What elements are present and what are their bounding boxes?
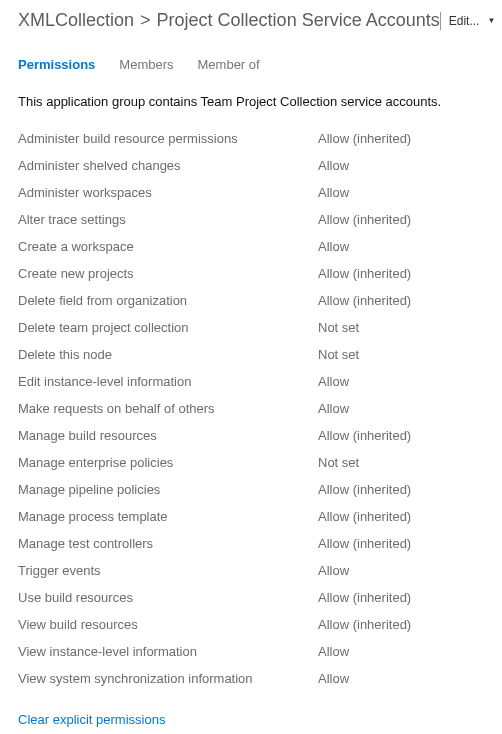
breadcrumb-collection[interactable]: XMLCollection [18, 10, 134, 31]
permission-row[interactable]: View instance-level informationAllow [18, 638, 484, 665]
permission-row[interactable]: Manage test controllersAllow (inherited) [18, 530, 484, 557]
permission-name: Administer build resource permissions [18, 131, 318, 146]
permission-value[interactable]: Not set [318, 347, 484, 362]
permission-name: Administer workspaces [18, 185, 318, 200]
permission-row[interactable]: Edit instance-level informationAllow [18, 368, 484, 395]
permission-name: Manage enterprise policies [18, 455, 318, 470]
permission-value[interactable]: Allow (inherited) [318, 212, 484, 227]
tab-permissions[interactable]: Permissions [18, 57, 95, 72]
permission-row[interactable]: Administer shelved changesAllow [18, 152, 484, 179]
permission-value[interactable]: Allow (inherited) [318, 266, 484, 281]
permission-row[interactable]: Manage process templateAllow (inherited) [18, 503, 484, 530]
permission-row[interactable]: View system synchronization informationA… [18, 665, 484, 692]
breadcrumb-group: Project Collection Service Accounts [157, 10, 440, 31]
permission-value[interactable]: Allow (inherited) [318, 482, 484, 497]
permission-name: Edit instance-level information [18, 374, 318, 389]
chevron-down-icon[interactable]: ▼ [487, 16, 495, 25]
permission-name: Delete team project collection [18, 320, 318, 335]
permission-name: Manage test controllers [18, 536, 318, 551]
permission-value[interactable]: Allow [318, 401, 484, 416]
permission-name: Administer shelved changes [18, 158, 318, 173]
permission-value[interactable]: Allow (inherited) [318, 131, 484, 146]
permission-value[interactable]: Allow [318, 563, 484, 578]
permission-name: View system synchronization information [18, 671, 318, 686]
permission-name: Delete this node [18, 347, 318, 362]
permission-value[interactable]: Not set [318, 455, 484, 470]
permission-value[interactable]: Allow (inherited) [318, 536, 484, 551]
permission-name: Create new projects [18, 266, 318, 281]
permission-row[interactable]: Use build resourcesAllow (inherited) [18, 584, 484, 611]
breadcrumb-separator: > [140, 10, 151, 31]
permission-value[interactable]: Allow (inherited) [318, 590, 484, 605]
permission-name: Manage build resources [18, 428, 318, 443]
permission-row[interactable]: Manage enterprise policiesNot set [18, 449, 484, 476]
permission-name: View instance-level information [18, 644, 318, 659]
permission-value[interactable]: Allow [318, 185, 484, 200]
permission-row[interactable]: View build resourcesAllow (inherited) [18, 611, 484, 638]
permission-name: Manage pipeline policies [18, 482, 318, 497]
permission-name: Use build resources [18, 590, 318, 605]
clear-permissions-link[interactable]: Clear explicit permissions [18, 712, 165, 727]
header-divider [440, 12, 441, 30]
permission-name: Trigger events [18, 563, 318, 578]
permissions-table: Administer build resource permissionsAll… [18, 125, 484, 692]
permission-value[interactable]: Allow [318, 239, 484, 254]
permission-value[interactable]: Allow (inherited) [318, 617, 484, 632]
permission-value[interactable]: Allow (inherited) [318, 509, 484, 524]
permission-name: Create a workspace [18, 239, 318, 254]
permission-name: Make requests on behalf of others [18, 401, 318, 416]
permission-name: Manage process template [18, 509, 318, 524]
permission-value[interactable]: Allow [318, 374, 484, 389]
permission-row[interactable]: Delete this nodeNot set [18, 341, 484, 368]
edit-button[interactable]: Edit... [449, 14, 480, 28]
permission-row[interactable]: Alter trace settingsAllow (inherited) [18, 206, 484, 233]
permission-value[interactable]: Allow (inherited) [318, 293, 484, 308]
permission-value[interactable]: Allow [318, 644, 484, 659]
permission-row[interactable]: Administer workspacesAllow [18, 179, 484, 206]
group-description: This application group contains Team Pro… [18, 94, 484, 109]
permission-row[interactable]: Manage pipeline policiesAllow (inherited… [18, 476, 484, 503]
permission-row[interactable]: Delete field from organizationAllow (inh… [18, 287, 484, 314]
permission-row[interactable]: Make requests on behalf of othersAllow [18, 395, 484, 422]
permission-name: Delete field from organization [18, 293, 318, 308]
permission-row[interactable]: Delete team project collectionNot set [18, 314, 484, 341]
permission-name: Alter trace settings [18, 212, 318, 227]
permission-row[interactable]: Create a workspaceAllow [18, 233, 484, 260]
permission-value[interactable]: Allow (inherited) [318, 428, 484, 443]
breadcrumb: XMLCollection > Project Collection Servi… [18, 10, 440, 31]
permission-value[interactable]: Allow [318, 158, 484, 173]
permission-row[interactable]: Administer build resource permissionsAll… [18, 125, 484, 152]
permission-value[interactable]: Not set [318, 320, 484, 335]
tab-members[interactable]: Members [119, 57, 173, 72]
permission-row[interactable]: Create new projectsAllow (inherited) [18, 260, 484, 287]
tab-memberof[interactable]: Member of [198, 57, 260, 72]
permission-value[interactable]: Allow [318, 671, 484, 686]
tabs: Permissions Members Member of [18, 57, 484, 72]
permission-row[interactable]: Manage build resourcesAllow (inherited) [18, 422, 484, 449]
permission-name: View build resources [18, 617, 318, 632]
permission-row[interactable]: Trigger eventsAllow [18, 557, 484, 584]
